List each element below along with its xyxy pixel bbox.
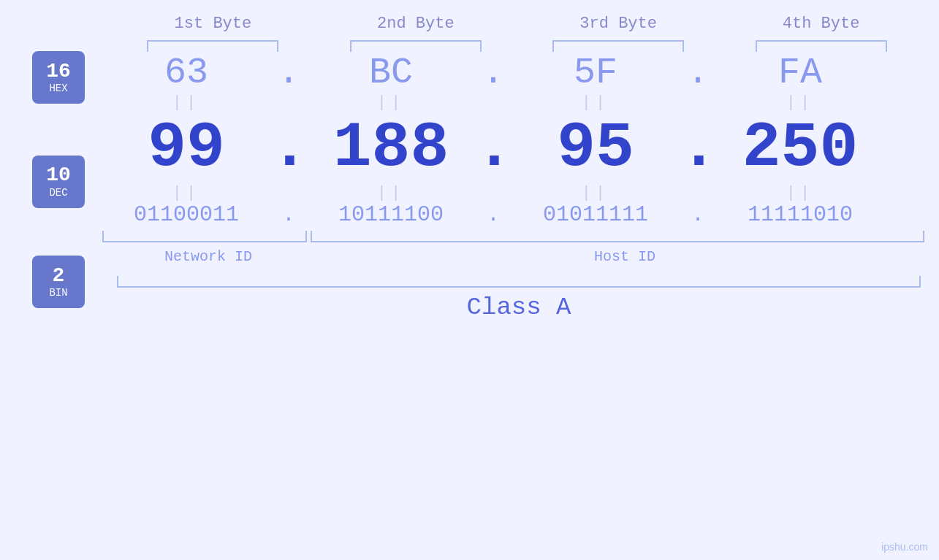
top-bracket-3 [535, 40, 702, 52]
dec-dot-1: . [270, 112, 307, 184]
main-container: 1st Byte 2nd Byte 3rd Byte 4th Byte [0, 0, 939, 560]
top-brackets-row [130, 40, 905, 52]
dec-val-4: 250 [716, 112, 884, 184]
equals-row-1: || || || || [102, 93, 939, 112]
rows-wrapper: 16 HEX 10 DEC 2 BIN [0, 52, 939, 321]
hex-badge-slot: 16 HEX [15, 52, 102, 103]
hex-dot-2: . [475, 52, 512, 93]
byte-header-1: 1st Byte [130, 15, 297, 33]
hex-val-3: 5F [512, 52, 680, 93]
byte-header-4: 4th Byte [738, 15, 905, 33]
hex-val-1: 63 [102, 52, 270, 93]
hex-values-row: 63 . BC . 5F . FA [102, 52, 939, 93]
dec-dot-3: . [680, 112, 716, 184]
hex-dot-1: . [270, 52, 307, 93]
eq-spacer-1 [15, 103, 102, 143]
bin-dot-3: . [680, 202, 716, 227]
bin-badge-num: 2 [53, 265, 65, 288]
bin-val-2: 10111100 [307, 202, 475, 227]
hex-badge-num: 16 [46, 61, 71, 83]
top-bracket-2 [332, 40, 499, 52]
byte-header-2: 2nd Byte [332, 15, 499, 33]
watermark: ipshu.com [881, 541, 928, 553]
bin-values-row: 01100011 . 10111100 . 01011111 . 1111101… [102, 202, 939, 227]
hex-val-4: FA [716, 52, 884, 93]
bin-badge-label: BIN [49, 287, 67, 299]
eq-1-3: || [512, 93, 680, 112]
left-badges-col: 16 HEX 10 DEC 2 BIN [0, 52, 102, 321]
eq-2-3: || [512, 184, 680, 202]
eq-spacer-2 [15, 220, 102, 260]
bin-badge: 2 BIN [32, 256, 85, 308]
network-host-labels: Network ID Host ID [102, 248, 935, 265]
right-values-col: 63 . BC . 5F . FA || || || || 99 [102, 52, 939, 321]
byte-headers-row: 1st Byte 2nd Byte 3rd Byte 4th Byte [130, 15, 905, 33]
hex-badge: 16 HEX [32, 51, 85, 104]
hex-val-2: BC [307, 52, 475, 93]
class-label: Class A [102, 294, 935, 321]
eq-1-1: || [102, 93, 270, 112]
bin-dot-2: . [475, 202, 512, 227]
dec-badge-num: 10 [46, 164, 71, 187]
dec-val-1: 99 [102, 112, 270, 184]
network-id-label: Network ID [102, 248, 314, 265]
eq-2-2: || [307, 184, 475, 202]
dec-badge: 10 DEC [32, 156, 85, 208]
dec-val-3: 95 [512, 112, 680, 184]
eq-2-4: || [716, 184, 884, 202]
dec-badge-slot: 10 DEC [15, 143, 102, 220]
bin-val-1: 01100011 [102, 202, 270, 227]
bottom-brackets-container [102, 231, 935, 242]
dec-values-row: 99 . 188 . 95 . 250 [102, 112, 939, 184]
eq-1-2: || [307, 93, 475, 112]
dec-dot-2: . [475, 112, 512, 184]
equals-row-2: || || || || [102, 184, 939, 202]
byte-header-3: 3rd Byte [535, 15, 702, 33]
dec-badge-label: DEC [49, 187, 67, 199]
network-bracket [102, 231, 307, 242]
eq-1-4: || [716, 93, 884, 112]
class-bracket [117, 276, 921, 288]
host-bracket [311, 231, 924, 242]
bin-val-3: 01011111 [512, 202, 680, 227]
host-id-label: Host ID [314, 248, 935, 265]
bin-badge-slot: 2 BIN [15, 260, 102, 304]
hex-badge-label: HEX [49, 83, 67, 94]
top-bracket-4 [738, 40, 905, 52]
dec-val-2: 188 [307, 112, 475, 184]
bin-val-4: 11111010 [716, 202, 884, 227]
eq-2-1: || [102, 184, 270, 202]
hex-dot-3: . [680, 52, 716, 93]
top-bracket-1 [130, 40, 297, 52]
bin-dot-1: . [270, 202, 307, 227]
